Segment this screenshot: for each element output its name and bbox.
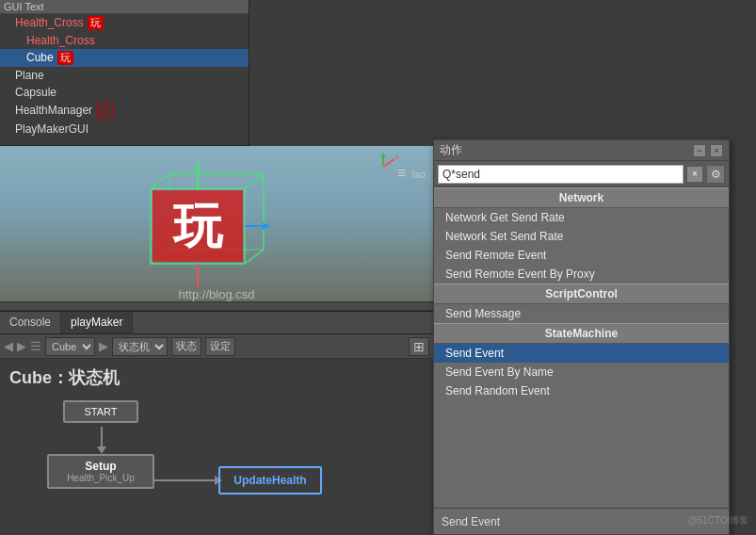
cube-object: 玩	[122, 160, 273, 295]
action-list: NetworkNetwork Get Send RateNetwork Set …	[434, 187, 729, 508]
toolbar-next-icon[interactable]: ▶	[17, 339, 26, 353]
action-item-send-message[interactable]: Send Message	[434, 304, 729, 323]
viewport-watermark: http://blog.csd	[179, 287, 255, 301]
svg-marker-18	[194, 162, 201, 170]
hierarchy-item-playmaker-gui[interactable]: PlayMakerGUI	[0, 121, 249, 138]
tab-playmaker[interactable]: playMaker	[61, 312, 133, 333]
search-input[interactable]	[438, 165, 684, 184]
start-node: START	[63, 400, 138, 423]
toolbar-prev-icon[interactable]: ◀	[4, 339, 13, 353]
search-clear-button[interactable]: ×	[687, 167, 702, 182]
playmaker-toolbar: ◀ ▶ ☰ Cube ▶ 状态机 状态 设定 ⊞	[0, 334, 433, 359]
set-button[interactable]: 设定	[205, 337, 235, 356]
hierarchy-item-health-cross-child[interactable]: Health_Cross	[0, 32, 249, 49]
search-bar: × ⚙	[434, 161, 729, 187]
playmaker-tabs: Console playMaker	[0, 312, 433, 334]
action-panel-title: 动作	[440, 142, 462, 158]
hierarchy-item-health-manager[interactable]: HealthManager玩	[0, 101, 249, 121]
object-selector[interactable]: Cube	[45, 337, 95, 356]
connector-start-setup	[101, 427, 103, 447]
svg-line-2	[383, 167, 394, 174]
minimize-button[interactable]: −	[693, 144, 706, 157]
action-item-send-event[interactable]: Send Event	[434, 344, 729, 363]
hierarchy-panel: GUI Text Health_Cross玩Health_CrossCube玩P…	[0, 0, 249, 146]
action-panel: 动作 − × × ⚙ NetworkNetwork Get Send RateN…	[433, 139, 730, 535]
category-state-machine: StateMachine	[434, 323, 729, 344]
toolbar-list-icon[interactable]: ☰	[30, 339, 41, 353]
close-button[interactable]: ×	[710, 144, 723, 157]
playmaker-panel: Console playMaker ◀ ▶ ☰ Cube ▶ 状态机 状态 设定…	[0, 311, 433, 535]
iso-label: ≡ Iso	[397, 165, 426, 182]
svg-marker-20	[263, 222, 270, 230]
toolbar-right-icon[interactable]: ▶	[99, 339, 108, 353]
state-canvas: START Setup Health_Pick_Up UpdateHealth	[0, 393, 433, 535]
viewport: x z ≡ Iso 玩	[0, 146, 433, 311]
action-item-network-set-send-rate[interactable]: Network Set Send Rate	[434, 227, 729, 246]
hierarchy-label: GUI Text	[0, 0, 249, 14]
arrowhead-1	[97, 446, 106, 454]
action-item-send-event-by-name[interactable]: Send Event By Name	[434, 363, 729, 381]
hierarchy-item-cube[interactable]: Cube玩	[0, 49, 249, 67]
svg-line-9	[245, 250, 264, 264]
svg-text:x: x	[395, 153, 399, 161]
action-item-send-remote-event[interactable]: Send Remote Event	[434, 246, 729, 265]
expand-button[interactable]: ⊞	[409, 337, 429, 356]
setup-node: Setup Health_Pick_Up	[47, 454, 154, 489]
panel-separator	[0, 301, 433, 311]
settings-button[interactable]: ⚙	[706, 165, 725, 184]
statemachine-title: Cube：状态机	[0, 359, 433, 393]
category-network: Network	[434, 187, 729, 208]
svg-line-8	[245, 174, 264, 188]
tab-console[interactable]: Console	[0, 312, 61, 333]
action-panel-titlebar: 动作 − ×	[434, 140, 729, 161]
footer-label: Send Event	[442, 515, 500, 528]
svg-marker-5	[380, 153, 386, 157]
axes-indicator: x z	[366, 150, 400, 186]
action-item-network-get-send-rate[interactable]: Network Get Send Rate	[434, 208, 729, 227]
watermark: @51CTOi博客	[688, 514, 748, 527]
category-script-control: ScriptControl	[434, 284, 729, 304]
action-footer: Send Event	[434, 508, 729, 534]
action-item-send-remote-event-by-proxy[interactable]: Send Remote Event By Proxy	[434, 265, 729, 284]
state-button[interactable]: 状态	[171, 337, 201, 356]
window-controls: − ×	[693, 144, 723, 157]
svg-text:玩: 玩	[172, 199, 224, 253]
hierarchy-item-plane[interactable]: Plane	[0, 67, 249, 84]
connector-setup-update	[154, 479, 218, 481]
hierarchy-item-capsule[interactable]: Capsule	[0, 84, 249, 101]
svg-line-0	[383, 159, 394, 167]
hierarchy-item-health-cross-parent[interactable]: Health_Cross玩	[0, 14, 249, 32]
update-health-node: UpdateHealth	[218, 466, 322, 494]
svg-line-7	[151, 174, 169, 188]
statemachine-selector[interactable]: 状态机	[112, 337, 168, 356]
action-item-send-random-event[interactable]: Send Random Event	[434, 381, 729, 400]
